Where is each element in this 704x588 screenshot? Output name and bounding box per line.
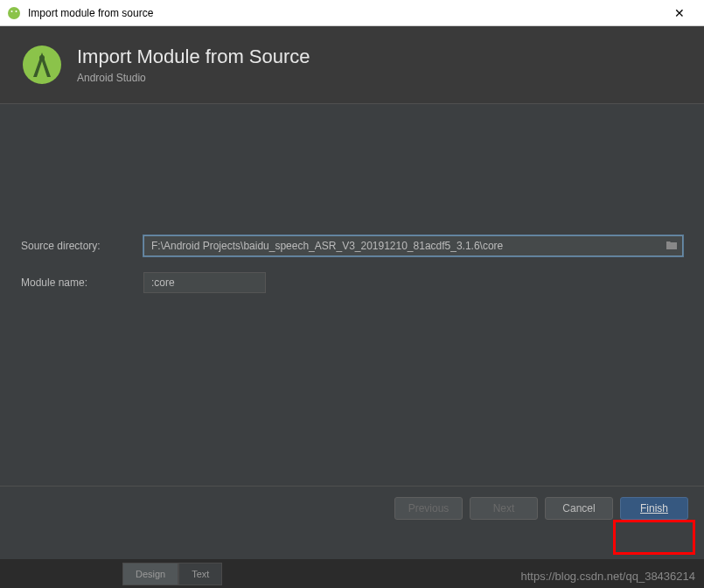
android-studio-logo-icon <box>21 44 63 86</box>
dialog-subtitle: Android Studio <box>77 72 310 84</box>
next-button-label: Next <box>493 502 515 514</box>
watermark: https://blog.csdn.net/qq_38436214 <box>521 570 696 583</box>
source-directory-row: Source directory: <box>21 235 683 256</box>
folder-browse-icon[interactable] <box>666 238 678 254</box>
module-name-label: Module name: <box>21 276 143 289</box>
previous-button[interactable]: Previous <box>394 497 463 520</box>
dialog-footer: Previous Next Cancel Finish <box>0 486 704 530</box>
source-directory-input[interactable] <box>143 235 683 256</box>
source-directory-input-wrap <box>143 235 683 256</box>
previous-button-label: Previous <box>408 502 450 514</box>
header-texts: Import Module from Source Android Studio <box>77 46 310 84</box>
finish-button-label: Finish <box>640 502 668 514</box>
tab-text[interactable]: Text <box>178 563 222 585</box>
svg-point-1 <box>11 10 13 12</box>
svg-point-2 <box>16 10 17 12</box>
close-button[interactable]: ✕ <box>662 1 697 25</box>
cancel-button[interactable]: Cancel <box>545 497 613 520</box>
tab-design[interactable]: Design <box>122 563 178 585</box>
titlebar: Import module from source ✕ <box>0 0 704 26</box>
finish-button[interactable]: Finish <box>620 497 688 520</box>
svg-point-0 <box>8 7 20 19</box>
svg-point-3 <box>23 46 61 84</box>
window-title: Import module from source <box>28 7 662 19</box>
module-name-input[interactable] <box>143 272 266 293</box>
module-name-row: Module name: <box>21 272 683 293</box>
dialog-title: Import Module from Source <box>77 46 310 68</box>
svg-point-4 <box>39 55 45 60</box>
module-name-input-wrap <box>143 272 683 293</box>
android-studio-icon <box>7 6 21 20</box>
dialog-header: Import Module from Source Android Studio <box>0 26 704 104</box>
source-directory-label: Source directory: <box>21 240 143 252</box>
cancel-button-label: Cancel <box>562 502 595 514</box>
dialog-body: Import Module from Source Android Studio… <box>0 26 704 559</box>
next-button[interactable]: Next <box>470 497 538 520</box>
close-icon: ✕ <box>674 6 685 20</box>
